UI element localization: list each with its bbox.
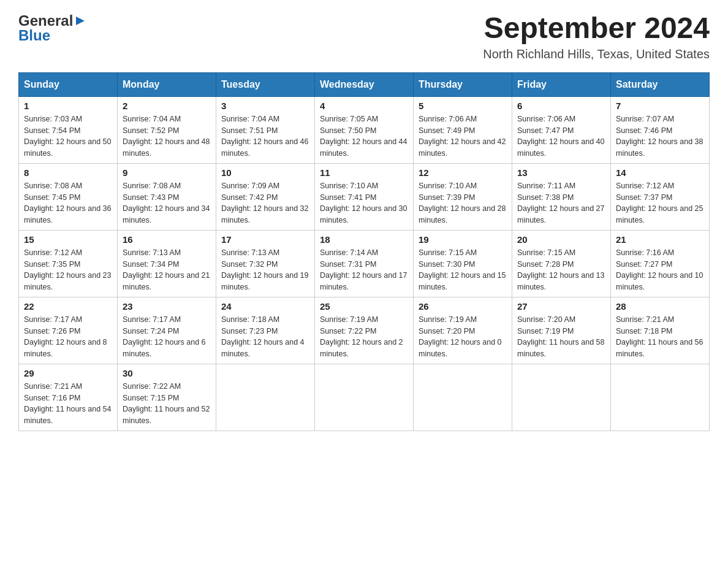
day-number: 27	[517, 301, 605, 312]
table-row: 10Sunrise: 7:09 AMSunset: 7:42 PMDayligh…	[216, 163, 315, 230]
table-row: 27Sunrise: 7:20 AMSunset: 7:19 PMDayligh…	[512, 297, 611, 364]
day-info: Sunrise: 7:21 AMSunset: 7:16 PMDaylight:…	[24, 381, 112, 427]
day-number: 7	[616, 101, 704, 111]
day-number: 20	[517, 234, 605, 245]
calendar-week-row: 1Sunrise: 7:03 AMSunset: 7:54 PMDaylight…	[19, 96, 710, 163]
col-wednesday: Wednesday	[315, 72, 414, 96]
table-row: 15Sunrise: 7:12 AMSunset: 7:35 PMDayligh…	[19, 230, 118, 297]
title-block: September 2024 North Richland Hills, Tex…	[483, 12, 710, 61]
calendar-week-row: 8Sunrise: 7:08 AMSunset: 7:45 PMDaylight…	[19, 163, 710, 230]
day-number: 25	[320, 301, 408, 312]
day-number: 12	[419, 167, 507, 178]
day-number: 14	[616, 167, 704, 178]
table-row: 12Sunrise: 7:10 AMSunset: 7:39 PMDayligh…	[414, 163, 512, 230]
day-info: Sunrise: 7:19 AMSunset: 7:20 PMDaylight:…	[419, 314, 507, 360]
day-info: Sunrise: 7:22 AMSunset: 7:15 PMDaylight:…	[123, 381, 211, 427]
table-row: 13Sunrise: 7:11 AMSunset: 7:38 PMDayligh…	[512, 163, 611, 230]
day-info: Sunrise: 7:14 AMSunset: 7:31 PMDaylight:…	[320, 247, 408, 293]
day-info: Sunrise: 7:03 AMSunset: 7:54 PMDaylight:…	[24, 113, 112, 159]
logo-blue-text: Blue	[18, 27, 50, 44]
day-number: 23	[123, 301, 211, 312]
table-row: 30Sunrise: 7:22 AMSunset: 7:15 PMDayligh…	[118, 364, 216, 431]
table-row: 21Sunrise: 7:16 AMSunset: 7:27 PMDayligh…	[611, 230, 710, 297]
day-number: 17	[221, 234, 309, 245]
calendar-header-row: Sunday Monday Tuesday Wednesday Thursday…	[19, 72, 710, 96]
day-info: Sunrise: 7:11 AMSunset: 7:38 PMDaylight:…	[517, 180, 605, 226]
col-tuesday: Tuesday	[216, 72, 315, 96]
day-number: 13	[517, 167, 605, 178]
table-row: 3Sunrise: 7:04 AMSunset: 7:51 PMDaylight…	[216, 96, 315, 163]
table-row: 14Sunrise: 7:12 AMSunset: 7:37 PMDayligh…	[611, 163, 710, 230]
day-info: Sunrise: 7:13 AMSunset: 7:32 PMDaylight:…	[221, 247, 309, 293]
day-info: Sunrise: 7:08 AMSunset: 7:43 PMDaylight:…	[123, 180, 211, 226]
table-row: 24Sunrise: 7:18 AMSunset: 7:23 PMDayligh…	[216, 297, 315, 364]
table-row: 25Sunrise: 7:19 AMSunset: 7:22 PMDayligh…	[315, 297, 414, 364]
logo: General Blue	[18, 12, 86, 44]
calendar-week-row: 29Sunrise: 7:21 AMSunset: 7:16 PMDayligh…	[19, 364, 710, 431]
table-row: 5Sunrise: 7:06 AMSunset: 7:49 PMDaylight…	[414, 96, 512, 163]
day-info: Sunrise: 7:12 AMSunset: 7:35 PMDaylight:…	[24, 247, 112, 293]
day-number: 10	[221, 167, 309, 178]
table-row: 4Sunrise: 7:05 AMSunset: 7:50 PMDaylight…	[315, 96, 414, 163]
table-row: 22Sunrise: 7:17 AMSunset: 7:26 PMDayligh…	[19, 297, 118, 364]
day-number: 5	[419, 101, 507, 111]
table-row: 19Sunrise: 7:15 AMSunset: 7:30 PMDayligh…	[414, 230, 512, 297]
day-info: Sunrise: 7:07 AMSunset: 7:46 PMDaylight:…	[616, 113, 704, 159]
day-info: Sunrise: 7:13 AMSunset: 7:34 PMDaylight:…	[123, 247, 211, 293]
calendar-week-row: 22Sunrise: 7:17 AMSunset: 7:26 PMDayligh…	[19, 297, 710, 364]
day-info: Sunrise: 7:04 AMSunset: 7:51 PMDaylight:…	[221, 113, 309, 159]
day-info: Sunrise: 7:15 AMSunset: 7:28 PMDaylight:…	[517, 247, 605, 293]
day-info: Sunrise: 7:17 AMSunset: 7:24 PMDaylight:…	[123, 314, 211, 360]
table-row: 9Sunrise: 7:08 AMSunset: 7:43 PMDaylight…	[118, 163, 216, 230]
col-monday: Monday	[118, 72, 216, 96]
table-row: 2Sunrise: 7:04 AMSunset: 7:52 PMDaylight…	[118, 96, 216, 163]
day-number: 15	[24, 234, 112, 245]
day-number: 21	[616, 234, 704, 245]
day-number: 4	[320, 101, 408, 111]
col-sunday: Sunday	[19, 72, 118, 96]
table-row: 17Sunrise: 7:13 AMSunset: 7:32 PMDayligh…	[216, 230, 315, 297]
day-info: Sunrise: 7:20 AMSunset: 7:19 PMDaylight:…	[517, 314, 605, 360]
col-friday: Friday	[512, 72, 611, 96]
table-row: 26Sunrise: 7:19 AMSunset: 7:20 PMDayligh…	[414, 297, 512, 364]
day-number: 28	[616, 301, 704, 312]
table-row: 20Sunrise: 7:15 AMSunset: 7:28 PMDayligh…	[512, 230, 611, 297]
day-number: 29	[24, 368, 112, 378]
page-header: General Blue September 2024 North Richla…	[18, 12, 710, 61]
col-thursday: Thursday	[414, 72, 512, 96]
day-info: Sunrise: 7:18 AMSunset: 7:23 PMDaylight:…	[221, 314, 309, 360]
logo-arrow-icon	[75, 15, 86, 26]
day-number: 22	[24, 301, 112, 312]
table-row	[611, 364, 710, 431]
table-row: 28Sunrise: 7:21 AMSunset: 7:18 PMDayligh…	[611, 297, 710, 364]
day-number: 9	[123, 167, 211, 178]
table-row	[216, 364, 315, 431]
location-text: North Richland Hills, Texas, United Stat…	[483, 47, 710, 61]
day-info: Sunrise: 7:10 AMSunset: 7:39 PMDaylight:…	[419, 180, 507, 226]
day-number: 30	[123, 368, 211, 378]
day-info: Sunrise: 7:05 AMSunset: 7:50 PMDaylight:…	[320, 113, 408, 159]
day-info: Sunrise: 7:17 AMSunset: 7:26 PMDaylight:…	[24, 314, 112, 360]
day-number: 6	[517, 101, 605, 111]
day-number: 26	[419, 301, 507, 312]
day-number: 18	[320, 234, 408, 245]
svg-marker-0	[76, 17, 85, 25]
day-number: 16	[123, 234, 211, 245]
table-row: 23Sunrise: 7:17 AMSunset: 7:24 PMDayligh…	[118, 297, 216, 364]
table-row	[315, 364, 414, 431]
day-number: 19	[419, 234, 507, 245]
day-info: Sunrise: 7:04 AMSunset: 7:52 PMDaylight:…	[123, 113, 211, 159]
day-number: 3	[221, 101, 309, 111]
day-number: 1	[24, 101, 112, 111]
day-number: 11	[320, 167, 408, 178]
table-row: 7Sunrise: 7:07 AMSunset: 7:46 PMDaylight…	[611, 96, 710, 163]
table-row: 18Sunrise: 7:14 AMSunset: 7:31 PMDayligh…	[315, 230, 414, 297]
table-row: 11Sunrise: 7:10 AMSunset: 7:41 PMDayligh…	[315, 163, 414, 230]
table-row: 1Sunrise: 7:03 AMSunset: 7:54 PMDaylight…	[19, 96, 118, 163]
day-info: Sunrise: 7:08 AMSunset: 7:45 PMDaylight:…	[24, 180, 112, 226]
day-info: Sunrise: 7:16 AMSunset: 7:27 PMDaylight:…	[616, 247, 704, 293]
day-number: 2	[123, 101, 211, 111]
table-row	[414, 364, 512, 431]
day-info: Sunrise: 7:12 AMSunset: 7:37 PMDaylight:…	[616, 180, 704, 226]
day-info: Sunrise: 7:15 AMSunset: 7:30 PMDaylight:…	[419, 247, 507, 293]
